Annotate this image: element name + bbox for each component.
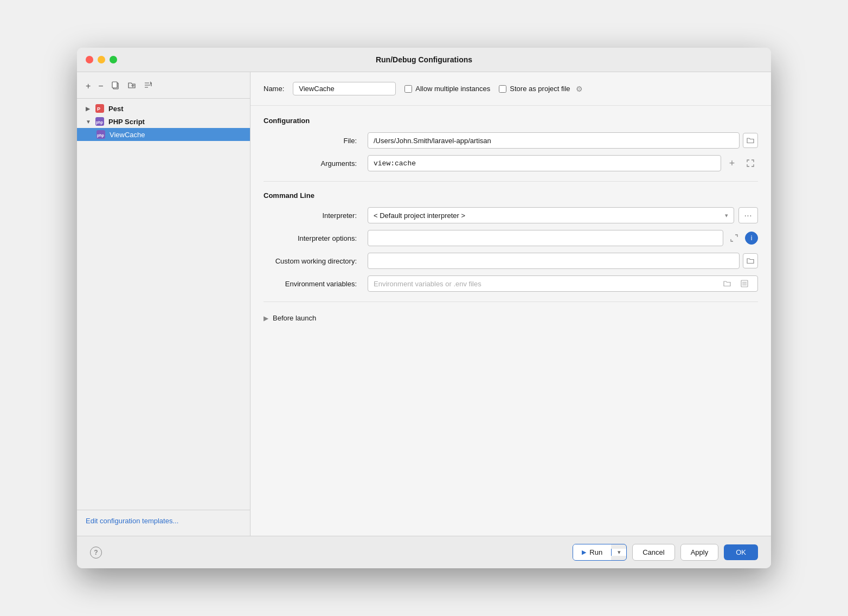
close-button[interactable] [86,56,93,63]
sidebar-footer: Edit configuration templates... [77,510,250,531]
env-variables-row: Environment variables: Environment varia… [264,275,758,292]
php-script-icon: php [95,117,104,126]
chevron-down-icon: ▼ [86,119,92,125]
php-logo-icon: php [95,117,104,126]
env-variables-label: Environment variables: [264,280,361,288]
section-divider-2 [264,301,758,302]
expand-icon [747,159,754,167]
sidebar-item-pest[interactable]: ▶ P Pest [77,102,250,115]
edit-templates-link[interactable]: Edit configuration templates... [86,517,178,525]
run-debug-dialog: Run/Debug Configurations + − [77,48,771,568]
store-as-project-group: Store as project file ⚙ [499,85,582,93]
working-directory-label: Custom working directory: [264,257,361,265]
ok-button[interactable]: OK [724,544,758,560]
allow-multiple-instances-label[interactable]: Allow multiple instances [415,85,490,93]
expand-icon-2 [730,234,738,242]
bottom-bar: ? ▶ Run ▾ Cancel Apply OK [77,536,771,568]
store-as-project-checkbox[interactable] [499,85,506,93]
right-panel: Name: Allow multiple instances Store as … [250,72,771,536]
working-directory-browse-button[interactable] [743,253,758,268]
minimize-button[interactable] [98,56,105,63]
arguments-add-button[interactable]: + [724,156,740,171]
sidebar: + − [77,72,250,536]
maximize-button[interactable] [110,56,117,63]
file-browse-button[interactable] [743,133,758,148]
interpreter-info-button[interactable]: i [745,232,758,245]
interpreter-options-expand-button[interactable] [727,230,742,246]
arguments-expand-button[interactable] [743,156,758,171]
sidebar-item-pest-label: Pest [108,105,123,113]
before-launch-row[interactable]: ▶ Before launch [264,312,758,324]
folder-icon-2 [747,257,754,265]
title-bar: Run/Debug Configurations [77,48,771,72]
sort-button[interactable] [142,80,155,93]
arguments-input[interactable] [368,155,721,171]
viewcache-php-icon: php [97,130,105,139]
run-dropdown-chevron-icon: ▾ [618,549,621,556]
name-input[interactable] [293,82,396,95]
interpreter-label: Interpreter: [264,211,361,220]
configuration-section-title: Configuration [264,117,758,125]
file-label: File: [264,137,361,145]
env-variables-placeholder: Environment variables or .env files [374,280,717,288]
sidebar-item-php-script-group[interactable]: ▼ php PHP Script [77,115,250,128]
allow-multiple-instances-checkbox[interactable] [404,85,412,93]
folder-icon [747,137,754,144]
interpreter-chevron-icon: ▾ [725,212,728,219]
working-directory-field [368,253,758,269]
store-as-project-label[interactable]: Store as project file [510,85,570,93]
interpreter-options-button[interactable]: ··· [738,207,758,223]
env-variables-input[interactable]: Environment variables or .env files [368,275,758,292]
main-content: + − [77,72,771,536]
config-header: Name: Allow multiple instances Store as … [250,72,771,106]
arguments-row: Arguments: + [264,155,758,171]
env-list-icon [741,280,748,287]
dialog-title: Run/Debug Configurations [376,55,472,64]
command-line-section-title: Command Line [264,191,758,200]
before-launch-chevron-icon: ▶ [264,315,268,322]
run-triangle-icon: ▶ [582,549,586,556]
env-list-button[interactable] [737,276,752,291]
sort-icon [144,81,152,89]
file-row: File: [264,132,758,149]
new-folder-button[interactable] [125,80,138,93]
viewcache-icon: php [97,130,105,139]
env-folder-button[interactable] [719,276,735,291]
run-button-group: ▶ Run ▾ [573,544,627,561]
svg-text:P: P [97,106,100,112]
new-folder-icon [127,81,136,89]
window-controls [86,56,117,63]
sidebar-item-viewcache[interactable]: php ViewCache [77,128,250,141]
interpreter-row: Interpreter: < Default project interpret… [264,207,758,223]
sidebar-toolbar: + − [77,76,250,99]
file-field [368,132,758,149]
arguments-label: Arguments: [264,159,361,168]
file-input[interactable] [368,132,740,149]
env-folder-icon [723,280,731,287]
gear-icon[interactable]: ⚙ [576,85,583,93]
pest-logo-icon: P [95,104,104,113]
env-variables-field: Environment variables or .env files [368,275,758,292]
before-launch-label: Before launch [273,314,316,322]
run-dropdown-button[interactable]: ▾ [611,549,626,556]
interpreter-options-label: Interpreter options: [264,234,361,242]
apply-button[interactable]: Apply [680,544,719,561]
copy-icon [111,81,120,89]
run-button[interactable]: ▶ Run [573,544,611,560]
interpreter-select[interactable]: < Default project interpreter > ▾ [368,207,734,223]
working-directory-input[interactable] [368,253,740,269]
cancel-button[interactable]: Cancel [632,544,674,561]
help-button[interactable]: ? [90,547,102,559]
run-button-label: Run [589,548,602,556]
interpreter-field: < Default project interpreter > ▾ ··· [368,207,758,223]
sidebar-item-php-script-label: PHP Script [108,118,145,126]
config-body: Configuration File: Argum [250,106,771,536]
interpreter-value: < Default project interpreter > [374,211,723,220]
working-directory-row: Custom working directory: [264,253,758,269]
arguments-field: + [368,155,758,171]
section-divider-1 [264,181,758,182]
remove-config-button[interactable]: − [96,80,105,92]
copy-config-button[interactable] [109,80,122,93]
interpreter-options-input[interactable] [368,230,723,246]
add-config-button[interactable]: + [83,80,93,92]
